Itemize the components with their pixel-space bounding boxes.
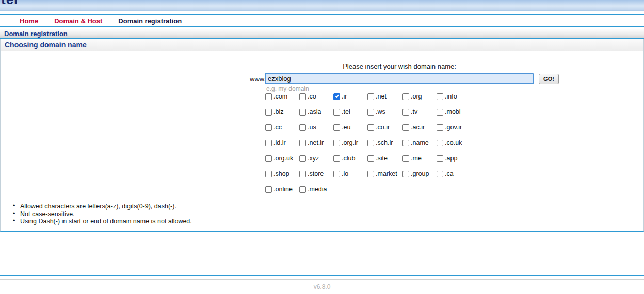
tld-checkbox-asia[interactable] (299, 109, 306, 116)
tld-label: .xyz (308, 155, 319, 162)
tld-checkbox-cc[interactable] (265, 124, 272, 131)
tld-checkbox-co-uk[interactable] (437, 140, 443, 146)
tld-option-co-ir[interactable]: .co.ir (367, 123, 403, 132)
tld-option-us[interactable]: .us (299, 123, 333, 132)
notes-list: Allowed characters are letters(a-z), dig… (13, 203, 192, 225)
tld-checkbox-org[interactable] (403, 93, 409, 100)
tld-checkbox-org-uk[interactable] (265, 155, 272, 162)
tld-checkbox-group[interactable] (403, 171, 409, 177)
tld-checkbox-tel[interactable] (333, 109, 340, 116)
tld-option-gov-ir[interactable]: .gov.ir (437, 123, 476, 132)
tld-option-biz[interactable]: .biz (265, 108, 299, 116)
tld-label: .group (411, 170, 429, 177)
tld-option-co-uk[interactable]: .co.uk (437, 139, 476, 147)
tld-checkbox-store[interactable] (299, 171, 306, 177)
tld-checkbox-ir-checked[interactable] (333, 93, 340, 100)
tld-label: .tv (411, 108, 417, 116)
tld-label: .com (273, 93, 287, 100)
tld-checkbox-site[interactable] (367, 155, 374, 162)
tld-checkbox-gov-ir[interactable] (437, 124, 443, 131)
tld-option-co[interactable]: .co (299, 92, 333, 101)
tld-option-app[interactable]: .app (437, 154, 476, 162)
tld-checkbox-name[interactable] (403, 140, 409, 146)
tld-label: .co.uk (445, 139, 462, 146)
tld-checkbox-market[interactable] (367, 171, 374, 177)
tld-option-mobi[interactable]: .mobi (437, 108, 476, 116)
domain-input-hint: e.g. my-domain (266, 85, 309, 92)
tld-checkbox-com[interactable] (265, 93, 272, 100)
tld-option-com[interactable]: .com (265, 92, 299, 101)
tld-option-org-ir[interactable]: .org.ir (333, 139, 367, 147)
tld-option-org[interactable]: .org (403, 92, 437, 101)
nav-item-domain-host[interactable]: Domain & Host (54, 17, 102, 25)
domain-name-input[interactable] (265, 73, 534, 84)
tld-label: .ac.ir (411, 124, 425, 131)
tld-checkbox-xyz[interactable] (299, 155, 306, 162)
tld-checkbox-tv[interactable] (403, 109, 409, 116)
tld-option-site[interactable]: .site (367, 154, 403, 162)
tld-label: .id.ir (273, 139, 286, 146)
tld-option-xyz[interactable]: .xyz (299, 154, 333, 162)
tld-option-group[interactable]: .group (403, 170, 437, 178)
tld-option-info[interactable]: .info (437, 92, 476, 101)
tld-label: .ir (342, 93, 347, 100)
tld-checkbox-mobi[interactable] (437, 109, 443, 116)
tld-checkbox-net[interactable] (367, 93, 374, 100)
tld-checkbox-org-ir[interactable] (333, 140, 340, 146)
nav-item-home[interactable]: Home (20, 17, 38, 25)
go-button[interactable]: GO! (539, 74, 559, 84)
tld-option-id-ir[interactable]: .id.ir (265, 139, 299, 147)
tld-option-ca[interactable]: .ca (437, 170, 476, 178)
tld-checkbox-online[interactable] (265, 186, 272, 193)
tld-checkbox-shop[interactable] (265, 171, 272, 177)
tld-checkbox-us[interactable] (299, 124, 306, 131)
tld-checkbox-me[interactable] (403, 155, 409, 162)
tld-checkbox-biz[interactable] (265, 109, 272, 116)
tld-checkbox-io[interactable] (333, 171, 340, 177)
tld-checkbox-eu[interactable] (333, 124, 340, 131)
tld-option-market[interactable]: .market (367, 170, 403, 178)
tld-option-club[interactable]: .club (333, 154, 367, 162)
tld-option-net[interactable]: .net (367, 92, 403, 101)
tld-option-io[interactable]: .io (333, 170, 367, 178)
tld-option-cc[interactable]: .cc (265, 123, 299, 132)
tld-option-sch-ir[interactable]: .sch.ir (367, 139, 403, 147)
tld-checkbox-net-ir[interactable] (299, 140, 306, 146)
top-brand-bar: ter (0, 0, 644, 11)
tld-option-online[interactable]: .online (265, 185, 299, 193)
tld-checkbox-co[interactable] (299, 93, 306, 100)
domain-prompt: Please insert your wish domain name: (265, 62, 534, 70)
tld-checkbox-sch-ir[interactable] (367, 140, 374, 146)
tld-checkbox-info[interactable] (437, 93, 443, 100)
tld-option-ac-ir[interactable]: .ac.ir (403, 123, 437, 132)
tld-option-shop[interactable]: .shop (265, 170, 299, 178)
tld-checkbox-ws[interactable] (367, 109, 374, 116)
nav-item-domain-registration[interactable]: Domain registration (118, 17, 182, 25)
tld-option-tel[interactable]: .tel (333, 108, 367, 116)
tld-option-me[interactable]: .me (403, 154, 437, 162)
footer: v6.8.0 (0, 279, 644, 290)
panel-content: Please insert your wish domain name: www… (1, 51, 643, 231)
tld-label: .cc (273, 124, 282, 131)
tld-option-ws[interactable]: .ws (367, 108, 403, 116)
tld-checkbox-id-ir[interactable] (265, 140, 272, 146)
tld-option-asia[interactable]: .asia (299, 108, 333, 116)
tld-checkbox-co-ir[interactable] (367, 124, 374, 131)
tld-checkbox-club[interactable] (333, 155, 340, 162)
tld-option-tv[interactable]: .tv (403, 108, 437, 116)
tld-option-eu[interactable]: .eu (333, 123, 367, 132)
www-prefix-label: www. (250, 75, 266, 83)
tld-checkbox-media[interactable] (299, 186, 306, 193)
tld-option-media[interactable]: .media (299, 185, 333, 193)
tld-label: .org.ir (342, 139, 358, 146)
tld-option-store[interactable]: .store (299, 170, 333, 178)
logo-fragment: ter (1, 0, 20, 8)
section-title-bar: Choosing domain name (1, 39, 643, 51)
tld-option-net-ir[interactable]: .net.ir (299, 139, 333, 147)
tld-checkbox-ca[interactable] (437, 171, 443, 177)
tld-option-ir[interactable]: .ir (333, 92, 367, 101)
tld-checkbox-ac-ir[interactable] (403, 124, 409, 131)
tld-option-org-uk[interactable]: .org.uk (265, 154, 299, 162)
tld-option-name[interactable]: .name (403, 139, 437, 147)
tld-checkbox-app[interactable] (437, 155, 443, 162)
